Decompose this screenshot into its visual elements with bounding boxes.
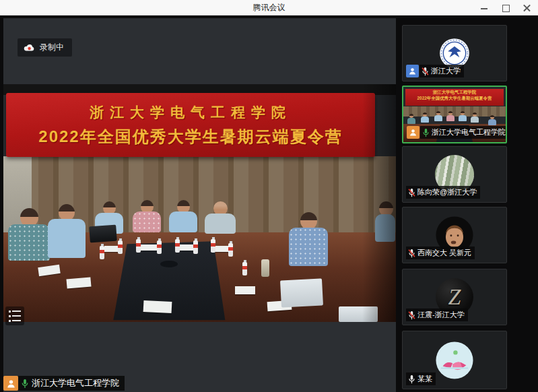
attendee-figure xyxy=(289,212,328,266)
attendee-figure xyxy=(205,201,236,234)
water-bottle xyxy=(193,240,198,254)
presenter-icon xyxy=(407,126,419,139)
water-bottle xyxy=(211,239,215,253)
mic-on-icon xyxy=(21,379,29,389)
scene-edge-fade xyxy=(362,84,396,322)
water-bottle xyxy=(136,239,141,253)
attendee-figure xyxy=(133,200,161,232)
mic-muted-icon xyxy=(408,249,415,258)
banner-line2: 2022年全国优秀大学生暑期云端夏令营 xyxy=(38,126,342,148)
attendee-figure xyxy=(48,204,86,258)
water-bottle xyxy=(118,240,123,254)
maximize-button[interactable] xyxy=(502,4,510,12)
close-button[interactable] xyxy=(523,4,531,12)
water-bottle xyxy=(100,246,104,259)
participant-name: 陈向荣@浙江大学 xyxy=(417,187,477,197)
participant-name: 浙江大学 xyxy=(431,66,461,76)
participant-tile-moumou[interactable]: 某某 xyxy=(402,331,507,389)
mic-on-icon xyxy=(422,128,430,137)
participant-name: 某某 xyxy=(417,374,432,384)
main-video-name-bar: 浙江大学电气工程学院 xyxy=(3,376,125,391)
presenter-icon xyxy=(406,65,419,77)
minimize-button[interactable] xyxy=(480,4,488,12)
mic-muted-icon xyxy=(408,311,415,320)
recording-indicator[interactable]: 录制中 xyxy=(18,38,72,57)
laptop xyxy=(89,225,117,243)
water-bottle xyxy=(175,239,180,253)
thermos xyxy=(261,259,269,277)
laptop xyxy=(280,278,323,307)
participant-name: 西南交大 吴新元 xyxy=(417,248,471,258)
mic-muted-icon xyxy=(408,188,415,197)
document xyxy=(235,286,255,294)
water-bottle xyxy=(242,262,247,275)
name-tent xyxy=(143,300,172,313)
event-banner: 浙江大学电气工程学院 2022年全国优秀大学生暑期云端夏令营 xyxy=(6,93,375,157)
window-title: 腾讯会议 xyxy=(0,0,538,15)
banner-line1: 浙江大学电气工程学院 xyxy=(90,103,292,122)
layout-view-button[interactable] xyxy=(5,306,24,325)
mic-muted-icon xyxy=(422,67,429,76)
participant-name: 浙江大学电气工程学院 xyxy=(432,127,506,137)
water-bottle xyxy=(228,243,233,257)
participant-tile-eecollege[interactable]: 浙江大学电气工程学院 2022年全国优秀大学生暑期云端夏令营 xyxy=(402,86,507,143)
participant-tile-zju[interactable]: 浙江大学 xyxy=(402,25,507,81)
recording-label: 录制中 xyxy=(40,42,64,53)
mic-on-white-icon xyxy=(408,374,415,384)
mini-banner: 浙江大学电气工程学院 2022年全国优秀大学生暑期云端夏令营 xyxy=(405,89,504,106)
participant-tile-chenxiangrong[interactable]: 陈向荣@浙江大学 xyxy=(402,146,507,203)
participant-name: 汪震-浙江大学 xyxy=(417,310,465,320)
window-controls xyxy=(480,0,531,15)
participant-tile-wangzhen[interactable]: Z 汪震-浙江大学 xyxy=(402,269,507,325)
name-card xyxy=(139,244,157,251)
attendee-figure xyxy=(8,208,50,261)
participant-tile-wuxinyuan[interactable]: 西南交大 吴新元 xyxy=(402,207,507,263)
speakerphone xyxy=(160,261,178,267)
cloud-record-icon xyxy=(24,43,35,52)
attendee-figure xyxy=(169,200,197,232)
water-bottle xyxy=(157,240,162,254)
main-video-name: 浙江大学电气工程学院 xyxy=(32,377,119,389)
main-video-panel[interactable]: 录制中 浙江大学电气工程学院 2022年全国优秀大学生暑期云端夏令营 xyxy=(3,18,396,392)
presenter-icon xyxy=(3,376,18,391)
titlebar: 腾讯会议 xyxy=(0,0,538,15)
meeting-window: 腾讯会议 录制中 浙江大学电气工程学院 2022年全国优秀大学生暑期云端夏令营 xyxy=(0,0,538,392)
